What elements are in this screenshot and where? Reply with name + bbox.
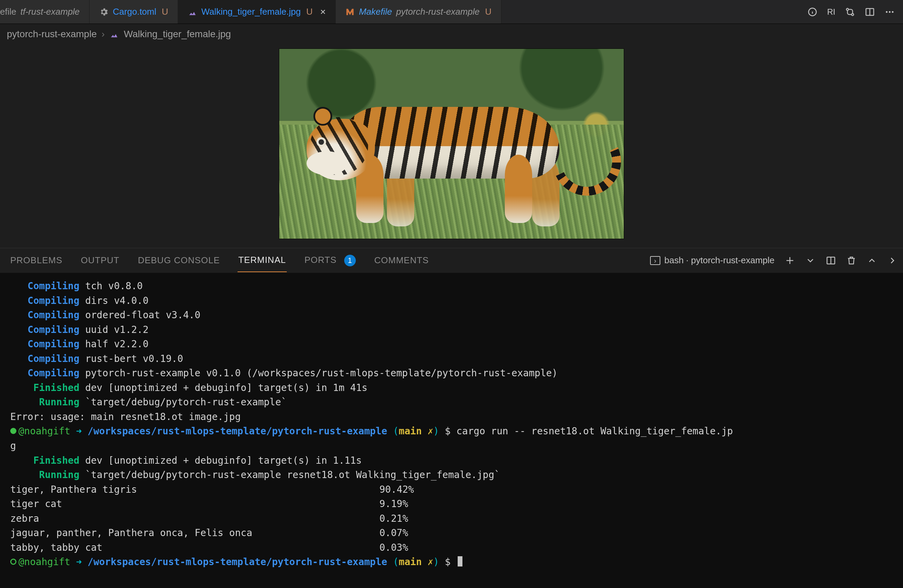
- gear-icon: [99, 7, 109, 17]
- tab-makefile[interactable]: Makefile pytorch-rust-example U: [336, 0, 502, 24]
- tab-dim: pytorch-rust-example: [396, 6, 480, 17]
- breadcrumb[interactable]: pytorch-rust-example › Walking_tiger_fem…: [0, 24, 903, 44]
- terminal-prompt-1: @noahgift ➜ /workspaces/rust-mlops-templ…: [10, 424, 897, 439]
- result-row: tabby, tabby cat0.03%: [10, 541, 897, 555]
- tab-actions: RI: [799, 0, 903, 24]
- svg-point-8: [889, 11, 891, 13]
- tab-modified: U: [485, 6, 491, 17]
- svg-point-9: [892, 11, 894, 13]
- result-row: tiger, Panthera tigris90.42%: [10, 483, 897, 497]
- chevron-down-icon[interactable]: [805, 256, 815, 266]
- terminal-select-icon: ›: [650, 256, 660, 265]
- image-preview-area: [0, 44, 903, 248]
- tab-filename: Makefile: [359, 6, 392, 17]
- svg-point-7: [886, 11, 887, 13]
- more-icon[interactable]: [884, 7, 895, 17]
- tab-modified: U: [306, 6, 313, 17]
- terminal-cursor: [458, 556, 463, 566]
- tab-dim: tf-rust-example: [20, 6, 80, 17]
- panel-tab-ports[interactable]: PORTS 1: [304, 249, 357, 273]
- split-terminal-icon[interactable]: [826, 256, 836, 266]
- panel-tab-debug[interactable]: DEBUG CONSOLE: [137, 249, 220, 272]
- tab-truncated[interactable]: efile tf-rust-example: [0, 0, 90, 24]
- tab-modified: U: [162, 6, 168, 17]
- panel-tab-comments[interactable]: COMMENTS: [374, 249, 429, 272]
- terminal-error: Error: usage: main resnet18.ot image.jpg: [10, 410, 897, 425]
- info-icon[interactable]: [807, 7, 818, 17]
- tiger-illustration: [300, 86, 601, 209]
- breadcrumb-seg[interactable]: Walking_tiger_female.jpg: [124, 29, 231, 39]
- image-icon: [109, 29, 119, 39]
- panel-tab-terminal[interactable]: TERMINAL: [238, 249, 286, 272]
- trash-icon[interactable]: [846, 256, 856, 266]
- bottom-panel: PROBLEMS OUTPUT DEBUG CONSOLE TERMINAL P…: [0, 248, 903, 588]
- svg-point-3: [846, 8, 848, 10]
- terminal-cmd: cargo run -- resnet18.ot Walking_tiger_f…: [456, 425, 733, 437]
- panel-tab-problems[interactable]: PROBLEMS: [9, 249, 63, 272]
- chevron-up-icon[interactable]: [867, 256, 877, 266]
- tab-filename: efile: [0, 6, 16, 17]
- breadcrumb-seg[interactable]: pytorch-rust-example: [7, 29, 97, 39]
- preview-image[interactable]: [279, 49, 624, 239]
- tab-filename: Cargo.toml: [113, 6, 156, 17]
- new-terminal-icon[interactable]: [785, 256, 795, 266]
- terminal-cmd-wrap: g: [10, 439, 897, 453]
- ports-badge: 1: [344, 255, 356, 267]
- tab-filename: Walking_tiger_female.jpg: [201, 6, 301, 17]
- close-icon[interactable]: ×: [320, 6, 326, 17]
- terminal-prompt-2: @noahgift ➜ /workspaces/rust-mlops-templ…: [10, 555, 897, 569]
- terminal-selector[interactable]: › bash · pytorch-rust-example: [650, 255, 774, 266]
- breadcrumb-sep: ›: [102, 29, 105, 39]
- panel-actions: › bash · pytorch-rust-example: [650, 255, 898, 266]
- panel-tabbar: PROBLEMS OUTPUT DEBUG CONSOLE TERMINAL P…: [0, 248, 903, 273]
- makefile-icon: [345, 7, 355, 17]
- split-editor-icon[interactable]: [865, 7, 875, 17]
- git-compare-icon[interactable]: [845, 7, 855, 17]
- image-icon: [188, 7, 197, 17]
- result-row: tiger cat9.19%: [10, 497, 897, 511]
- ri-label[interactable]: RI: [827, 7, 835, 17]
- tabbar-spacer: [502, 0, 799, 24]
- result-row: jaguar, panther, Panthera onca, Felis on…: [10, 526, 897, 541]
- terminal-name: bash · pytorch-rust-example: [664, 255, 774, 266]
- panel-tab-label: PORTS: [305, 255, 337, 265]
- terminal-output[interactable]: Compiling tch v0.8.0 Compiling dirs v4.0…: [0, 273, 903, 588]
- chevron-right-icon[interactable]: [887, 256, 898, 266]
- result-row: zebra0.21%: [10, 511, 897, 526]
- editor-tabbar: efile tf-rust-example Cargo.toml U Walki…: [0, 0, 903, 24]
- tab-cargo[interactable]: Cargo.toml U: [90, 0, 178, 24]
- svg-point-4: [851, 13, 853, 16]
- panel-tab-output[interactable]: OUTPUT: [80, 249, 120, 272]
- tab-walking-tiger[interactable]: Walking_tiger_female.jpg U ×: [178, 0, 336, 24]
